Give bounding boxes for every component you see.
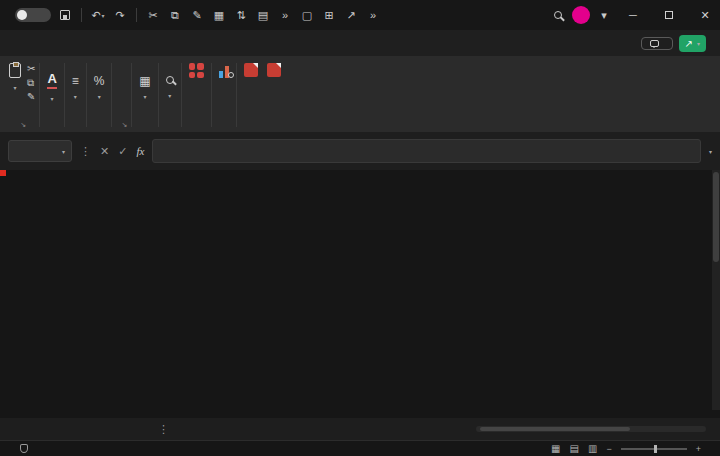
vertical-scrollbar[interactable]: [712, 170, 720, 410]
sheet-tab-bar: ⋮: [0, 418, 720, 440]
status-bar: ▦ ▤ ▥ − +: [0, 440, 720, 456]
dialog-launcher-icon[interactable]: ↘: [121, 121, 127, 129]
clipboard-group: ▾ ✂ ⧉ ✎ ↘: [2, 58, 39, 132]
spreadsheet-grid: [0, 170, 720, 418]
cut-icon[interactable]: ✂: [27, 64, 35, 74]
formula-input[interactable]: [152, 139, 701, 163]
share-button[interactable]: ↗▾: [679, 35, 706, 52]
enter-icon[interactable]: ✓: [118, 145, 127, 158]
overflow-chevron-icon[interactable]: »: [365, 9, 381, 21]
acrobat-pdf-icon: [244, 63, 258, 77]
autosave-toggle[interactable]: [10, 8, 51, 22]
styles-group: ↘: [112, 58, 131, 132]
fill-handle[interactable]: [0, 170, 6, 176]
addins-group: [182, 58, 211, 132]
redo-icon[interactable]: ↷: [112, 9, 128, 22]
accessibility-status[interactable]: [20, 444, 32, 453]
comments-button[interactable]: [641, 37, 673, 50]
table-icon[interactable]: ▦: [211, 9, 227, 22]
share-arrow-icon[interactable]: ↗: [343, 9, 359, 22]
font-icon: A: [47, 72, 56, 88]
divider: [81, 8, 82, 22]
search-icon[interactable]: [550, 11, 566, 19]
font-group-button[interactable]: A ▾: [40, 58, 63, 116]
share-icon: ↗: [685, 38, 693, 49]
undo-icon[interactable]: ↶▾: [90, 9, 106, 22]
page-break-view-icon[interactable]: ▥: [588, 443, 597, 454]
zoom-slider[interactable]: [621, 448, 687, 450]
formula-bar-expand-icon[interactable]: ▾: [709, 148, 712, 155]
formula-bar: ▾ ⋮ ✕ ✓ fx ▾: [0, 132, 720, 170]
zoom-out-button[interactable]: −: [606, 444, 611, 454]
name-box[interactable]: ▾: [8, 140, 72, 162]
autosave-knob: [17, 10, 27, 20]
cells-icon: ▦: [139, 75, 150, 87]
editing-group-button[interactable]: ▾: [159, 58, 181, 116]
minimize-button[interactable]: ─: [618, 0, 648, 30]
addins-icon: [189, 63, 204, 78]
cancel-icon[interactable]: ✕: [100, 145, 109, 158]
comment-icon: [650, 40, 659, 47]
cut-icon[interactable]: ✂: [145, 9, 161, 22]
avatar[interactable]: [572, 6, 590, 24]
cells-group-button[interactable]: ▦ ▾: [132, 58, 157, 116]
overflow-chevron-icon[interactable]: »: [277, 9, 293, 21]
ribbon-tab-row: ↗▾: [0, 30, 720, 56]
chevron-down-icon[interactable]: ▾: [596, 9, 612, 22]
analyze-data-button[interactable]: [216, 59, 232, 81]
save-icon[interactable]: [57, 10, 73, 20]
acrobat-group: [237, 58, 288, 132]
maximize-button[interactable]: [654, 0, 684, 30]
percent-icon: %: [94, 75, 105, 87]
sort-icon[interactable]: ⇅: [233, 9, 249, 22]
close-button[interactable]: ✕: [690, 0, 720, 30]
paste-icon: [9, 63, 21, 78]
page-layout-view-icon[interactable]: ▤: [570, 443, 579, 454]
format-painter-icon[interactable]: ✎: [27, 92, 35, 102]
chart-icon[interactable]: ▤: [255, 9, 271, 22]
ribbon: ▾ ✂ ⧉ ✎ ↘ A ▾ ≡ ▾ % ▾ ↘ ▦: [0, 56, 720, 132]
acrobat-share-icon: [267, 63, 281, 77]
normal-view-icon[interactable]: ▦: [551, 443, 560, 454]
divider: [136, 8, 137, 22]
create-pdf-button[interactable]: [241, 59, 261, 80]
alignment-group-button[interactable]: ≡ ▾: [65, 58, 86, 116]
autosave-switch[interactable]: [15, 8, 51, 22]
analyze-group: [212, 58, 236, 132]
copy-icon[interactable]: ⧉: [27, 78, 35, 88]
format-painter-icon[interactable]: ✎: [189, 9, 205, 22]
alignment-icon: ≡: [72, 75, 79, 87]
paste-button[interactable]: ▾: [6, 59, 24, 91]
accessibility-icon: [20, 444, 28, 453]
divider-dots: ⋮: [80, 145, 91, 158]
new-file-icon[interactable]: ▢: [299, 9, 315, 22]
dialog-launcher-icon[interactable]: ↘: [20, 121, 26, 129]
insert-function-icon[interactable]: fx: [136, 145, 144, 157]
insert-table-icon[interactable]: ⊞: [321, 9, 337, 22]
horizontal-scrollbar[interactable]: [476, 426, 706, 432]
addins-button[interactable]: [186, 59, 207, 81]
zoom-in-button[interactable]: +: [696, 444, 701, 454]
number-group-button[interactable]: % ▾: [87, 58, 112, 116]
find-icon: [166, 76, 174, 86]
sheet-options-icon[interactable]: ⋮: [158, 423, 169, 436]
analyze-data-icon: [219, 63, 229, 78]
create-pdf-share-button[interactable]: [264, 59, 284, 80]
title-bar: ↶▾ ↷ ✂ ⧉ ✎ ▦ ⇅ ▤ » ▢ ⊞ ↗ » ▾ ─ ✕: [0, 0, 720, 30]
copy-icon[interactable]: ⧉: [167, 9, 183, 22]
